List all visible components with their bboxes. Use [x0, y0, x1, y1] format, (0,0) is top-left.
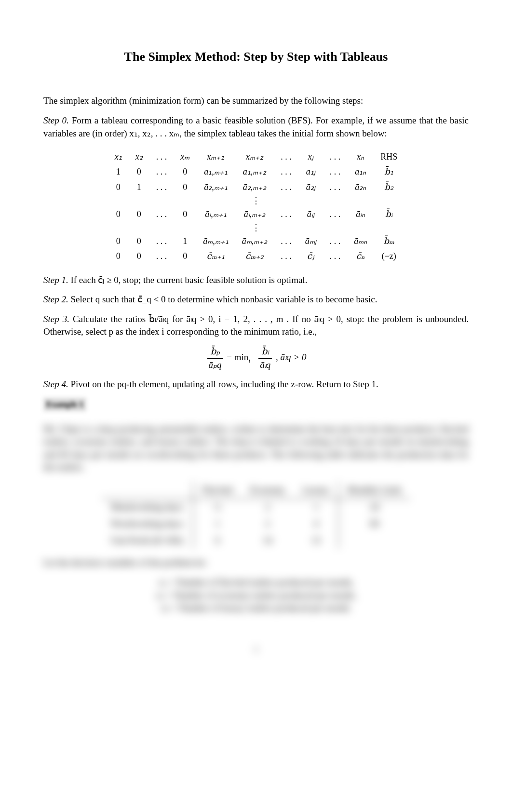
- decision-vars-list: x₁ = Number of flat-bed trailers produce…: [43, 576, 469, 615]
- page-title: The Simplex Method: Step by Step with Ta…: [43, 48, 469, 66]
- tableau-vdots: ⋮: [108, 195, 404, 207]
- var-def: x₃ = Number of luxury trailers produced …: [43, 602, 469, 615]
- tableau-row: 0 0 . . . 0 āᵢ,ₘ₊₁ āᵢ,ₘ₊₂ . . . āᵢⱼ . . …: [108, 207, 404, 222]
- tableau-row: 0 0 . . . 1 āₘ,ₘ₊₁ āₘ,ₘ₊₂ . . . āₘⱼ . . …: [108, 234, 404, 249]
- step-body: Form a tableau corresponding to a basic …: [43, 115, 469, 138]
- blurred-example-section: Mr. Chips is a shop producing automobile…: [43, 423, 469, 655]
- table-header-row: Flat-bed Economy Luxury Monthly Limit: [102, 482, 410, 499]
- tableau-row: 0 0 . . . 0 c̄ₘ₊₁ c̄ₘ₊₂ . . . c̄ⱼ . . . …: [108, 249, 404, 264]
- intro-text: The simplex algorithm (minimization form…: [43, 95, 469, 108]
- var-def: x₂ = Number of economy trailers produced…: [43, 589, 469, 602]
- step-label: Step 3.: [43, 314, 69, 324]
- decision-vars-intro: Let the decision variables of the proble…: [43, 556, 469, 569]
- step-label: Step 0.: [43, 115, 69, 125]
- ratio-formula: b̄ₚ āₚq = mini b̄ᵢ āᵢq , āᵢq > 0: [43, 345, 469, 371]
- tableau-vdots: ⋮: [108, 222, 404, 234]
- step-body: Pivot on the pq-th element, updating all…: [68, 379, 378, 389]
- table-row: Metalworking days: ½ 2 1 24: [102, 499, 410, 515]
- simplex-tableau: x₁ x₂ . . . xₘ xₘ₊₁ xₘ₊₂ . . . xⱼ . . . …: [108, 149, 404, 264]
- step-3: Step 3. Calculate the ratios b̄ᵢ/āᵢq for…: [43, 313, 469, 338]
- table-row: Woodworking days: 1 2 4 60: [102, 515, 410, 532]
- step-body: Select q such that c̄_q < 0 to determine…: [68, 294, 377, 304]
- example-paragraph: Mr. Chips is a shop producing automobile…: [43, 423, 469, 474]
- example-header-box: Example 1: [43, 398, 469, 411]
- step-2: Step 2. Select q such that c̄_q < 0 to d…: [43, 293, 469, 306]
- step-0: Step 0. Form a tableau corresponding to …: [43, 114, 469, 140]
- example-header: Example 1: [43, 398, 86, 411]
- step-label: Step 1.: [43, 275, 68, 285]
- table-row: Unit Profit ($×100): 6 14 13: [102, 532, 410, 549]
- production-table: Flat-bed Economy Luxury Monthly Limit Me…: [102, 482, 410, 549]
- tableau-header-row: x₁ x₂ . . . xₘ xₘ₊₁ xₘ₊₂ . . . xⱼ . . . …: [108, 149, 404, 164]
- step-label: Step 2.: [43, 294, 68, 304]
- step-body: If each c̄ⱼ ≥ 0, stop; the current basic…: [68, 275, 308, 285]
- step-1: Step 1. If each c̄ⱼ ≥ 0, stop; the curre…: [43, 274, 469, 287]
- step-4: Step 4. Pivot on the pq-th element, upda…: [43, 378, 469, 391]
- step-body: Calculate the ratios b̄ᵢ/āᵢq for āᵢq > 0…: [43, 314, 469, 337]
- tableau-row: 0 1 . . . 0 ā₂,ₘ₊₁ ā₂,ₘ₊₂ . . . ā₂ⱼ . . …: [108, 180, 404, 195]
- step-label: Step 4.: [43, 379, 68, 389]
- page-number: 1: [43, 644, 469, 655]
- var-def: x₁ = Number of flat-bed trailers produce…: [43, 576, 469, 589]
- tableau-row: 1 0 . . . 0 ā₁,ₘ₊₁ ā₁,ₘ₊₂ . . . ā₁ⱼ . . …: [108, 164, 404, 179]
